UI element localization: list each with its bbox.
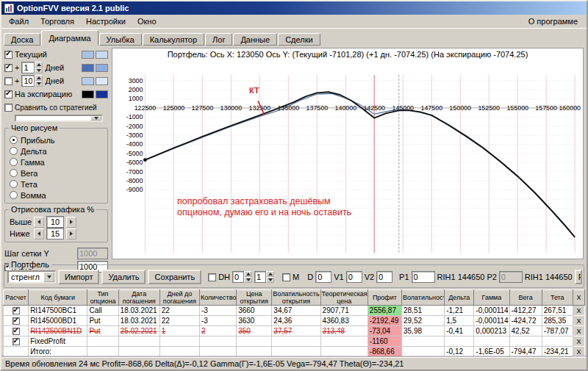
dh-spin1-input[interactable]: [232, 271, 244, 283]
m-checkbox[interactable]: [282, 273, 290, 281]
menu-window[interactable]: Окно: [132, 15, 162, 27]
remove-row-button[interactable]: X: [573, 336, 584, 347]
d-input[interactable]: [315, 271, 331, 283]
current-checkbox[interactable]: [4, 51, 12, 59]
menu-file[interactable]: Файл: [3, 15, 35, 27]
header-theo-price[interactable]: Теоретическая цена: [320, 290, 368, 306]
remove-row-button[interactable]: X: [573, 306, 584, 316]
expiry-color-swatch-2[interactable]: [96, 90, 108, 98]
dh-spin1-up-button[interactable]: [244, 271, 252, 277]
strategy-select[interactable]: стренгл: [7, 270, 56, 284]
tab-log[interactable]: Лог: [205, 33, 232, 46]
dh-spin2-up-button[interactable]: [266, 271, 274, 277]
plus10-days-up-button[interactable]: [35, 75, 43, 81]
radio-delta[interactable]: [10, 147, 18, 155]
header-vega[interactable]: Вега: [509, 290, 542, 306]
save-button[interactable]: Сохранить: [148, 270, 201, 284]
row-calc-checkbox[interactable]: [12, 328, 20, 335]
row-calc-checkbox[interactable]: [12, 338, 20, 345]
calculate-button[interactable]: Рассчитать: [575, 270, 582, 284]
radio-profit[interactable]: [10, 136, 18, 144]
remove-row-button[interactable]: X: [573, 347, 584, 357]
above-increase-button[interactable]: [66, 217, 76, 228]
table-row[interactable]: FixedProfit -1160 X: [4, 336, 585, 347]
tab-deals[interactable]: Сделки: [278, 33, 320, 46]
header-calc[interactable]: Расчет: [4, 290, 29, 306]
radio-gamma[interactable]: [10, 158, 18, 166]
header-code[interactable]: Код бумаги: [29, 290, 87, 306]
cell-theta: -787,07: [542, 326, 573, 336]
menu-trading[interactable]: Торговля: [35, 15, 80, 27]
dropdown-arrow-icon[interactable]: [43, 272, 54, 282]
radio-vomma-row[interactable]: Вомма: [10, 190, 104, 201]
above-decrease-button[interactable]: [34, 217, 44, 228]
radio-vega[interactable]: [10, 169, 18, 177]
dh-spin2-input[interactable]: [254, 271, 266, 283]
plus10-days-down-button[interactable]: [35, 81, 43, 87]
plus1-days-up-button[interactable]: [35, 62, 43, 68]
dropdown-arrow-icon[interactable]: [90, 116, 101, 120]
plus1-color-swatch-1[interactable]: [82, 64, 94, 72]
below-value-input[interactable]: [46, 228, 64, 239]
radio-vega-row[interactable]: Вега: [10, 168, 104, 179]
dh-checkbox[interactable]: [208, 273, 216, 281]
plus10-color-swatch-1[interactable]: [82, 77, 94, 85]
plus10-checkbox[interactable]: [4, 77, 12, 85]
remove-row-button[interactable]: X: [573, 316, 584, 326]
expiry-color-swatch-1[interactable]: [82, 90, 94, 98]
profit-chart[interactable]: 300020001000-1000-2000-3000-4000-5000-60…: [112, 61, 583, 259]
p1-input[interactable]: [412, 271, 435, 283]
radio-vomma[interactable]: [10, 191, 18, 199]
header-delta[interactable]: Дельта: [445, 290, 474, 306]
menu-settings[interactable]: Настройки: [80, 15, 132, 27]
current-color-swatch-2[interactable]: [96, 51, 108, 59]
radio-gamma-row[interactable]: Гамма: [10, 156, 104, 168]
below-increase-button[interactable]: [66, 228, 76, 239]
radio-delta-row[interactable]: Дельта: [10, 145, 104, 156]
plus1-days-input[interactable]: [21, 62, 35, 73]
v1-input[interactable]: [346, 271, 362, 283]
header-theta[interactable]: Тета: [542, 290, 573, 306]
current-color-swatch-1[interactable]: [82, 51, 94, 59]
above-value-input[interactable]: [46, 216, 64, 228]
dh-spin2-down-button[interactable]: [266, 277, 274, 283]
header-open-vol[interactable]: Волатильность открытия: [272, 290, 320, 306]
header-quantity[interactable]: Количество: [199, 290, 236, 306]
header-open-price[interactable]: Цена открытия: [237, 290, 272, 306]
compare-strategy-select[interactable]: [15, 115, 103, 122]
header-type[interactable]: Тип опциона: [87, 290, 118, 306]
table-row[interactable]: RI145000BD1 Put 18.03.2021 22 -3 3630 24…: [4, 316, 585, 326]
header-gamma[interactable]: Гамма: [474, 290, 509, 306]
import-button[interactable]: Импорт: [58, 270, 99, 284]
title-bar[interactable]: OptionFVV версия 2.1 public: [1, 1, 587, 15]
menu-about[interactable]: О программе: [521, 15, 585, 27]
tab-smile[interactable]: Улыбка: [99, 33, 142, 46]
radio-theta[interactable]: [10, 180, 18, 188]
tab-board[interactable]: Доска: [4, 33, 40, 46]
radio-theta-row[interactable]: Тета: [10, 179, 104, 190]
tab-data[interactable]: Данные: [233, 33, 277, 46]
header-expiry-date[interactable]: Дата погашения: [118, 290, 159, 306]
header-days-left[interactable]: Дней до погашения: [159, 290, 199, 306]
radio-profit-row[interactable]: Прибыль: [10, 134, 104, 145]
tab-calculator[interactable]: Калькулятор: [143, 33, 204, 46]
remove-row-button[interactable]: X: [573, 326, 584, 336]
plus1-checkbox[interactable]: [4, 64, 12, 72]
below-decrease-button[interactable]: [34, 228, 44, 239]
tab-diagram[interactable]: Диаграмма: [41, 30, 98, 46]
plus10-color-swatch-2[interactable]: [96, 77, 108, 85]
plus1-days-down-button[interactable]: [35, 68, 43, 73]
row-calc-checkbox[interactable]: [12, 307, 20, 314]
plus1-color-swatch-2[interactable]: [96, 64, 108, 72]
expiry-checkbox[interactable]: [4, 90, 12, 98]
row-calc-checkbox[interactable]: [12, 317, 20, 325]
header-volatility[interactable]: Волатильность: [402, 290, 445, 306]
header-profit[interactable]: Профит: [368, 290, 401, 306]
table-row[interactable]: RI142500BN1D Put 25.02.2021 1 2 350 37,5…: [4, 326, 585, 336]
v2-input[interactable]: [376, 271, 392, 283]
dh-spin1-down-button[interactable]: [244, 277, 252, 283]
table-row[interactable]: RI147500BC1 Call 18.03.2021 22 -3 3660 3…: [4, 306, 585, 316]
compare-strategy-checkbox[interactable]: [4, 104, 12, 112]
plus10-days-input[interactable]: [21, 75, 35, 87]
delete-button[interactable]: Удалить: [101, 270, 146, 284]
